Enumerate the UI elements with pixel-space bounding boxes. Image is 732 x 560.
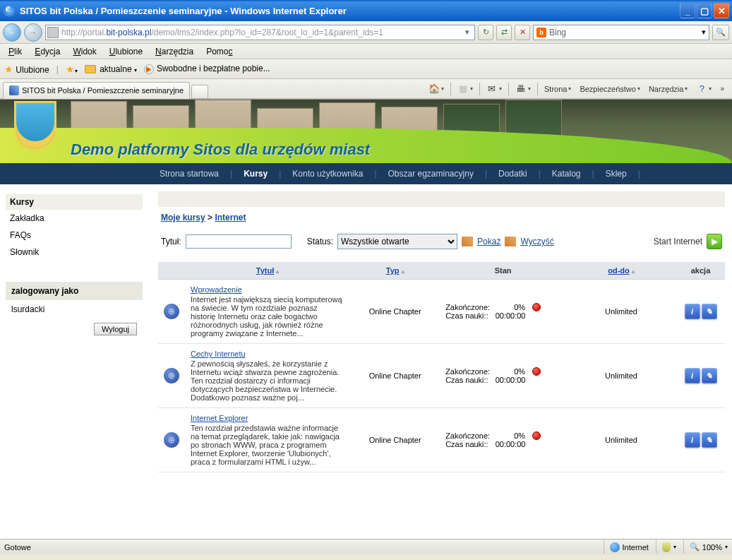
time-value: 00:00:00 (496, 440, 526, 448)
from-to: Unlimited (566, 280, 676, 344)
forward-button[interactable]: → (24, 23, 42, 42)
bc-moje-kursy[interactable]: Moje kursy (161, 213, 205, 222)
edit-button[interactable]: ✎ (702, 304, 717, 319)
address-bar[interactable]: http://portal.bit-polska.pl/demo/lms2/in… (45, 25, 475, 40)
info-button[interactable]: i (685, 368, 700, 383)
menu-bar: Plik Edycja Widok Ulubione Narzędzia Pom… (0, 44, 732, 59)
search-go-button[interactable]: 🔍 (712, 25, 729, 40)
window-minimize-button[interactable]: _ (680, 3, 695, 18)
zoom-control[interactable]: 🔍 100% ▾ (683, 540, 728, 554)
tools-menu[interactable]: Narzędzia ▾ (647, 83, 690, 95)
edit-button[interactable]: ✎ (702, 432, 717, 448)
print-button[interactable]: 🖶▾ (513, 82, 533, 96)
protected-mode[interactable]: ▾ (656, 540, 676, 554)
globe-icon: ⊕ (164, 304, 179, 319)
window-maximize-button[interactable]: ▢ (697, 3, 712, 18)
page-main: Kursy Zakładka FAQs Słownik zalogowany j… (0, 184, 732, 539)
home-button[interactable]: 🏠▾ (426, 82, 446, 96)
nav-katalog[interactable]: Katalog (548, 169, 585, 179)
time-value: 00:00:00 (496, 311, 526, 320)
chevrons-button[interactable]: » (718, 83, 725, 94)
course-title-link[interactable]: Internet Explorer (191, 414, 248, 422)
filter-title-input[interactable] (186, 234, 292, 249)
th-akcja: akcja (691, 266, 711, 275)
search-box[interactable]: b ▾ (533, 25, 709, 40)
filter-clear-link[interactable]: Wyczyść (520, 237, 553, 246)
safety-menu[interactable]: Bezpieczeństwo ▾ (577, 83, 642, 95)
fav-item-swobodne[interactable]: ▶Swobodne i bezpłatne pobie... (144, 64, 270, 74)
page-menu[interactable]: Strona ▾ (542, 83, 573, 95)
favorites-button[interactable]: ★ Ulubione (4, 64, 49, 75)
filter-show-link[interactable]: Pokaż (477, 237, 500, 246)
fav-folder-aktualne[interactable]: aktualne ▾ (85, 64, 137, 74)
tab-title: SITOS bit Polska / Pomieszczenie seminar… (22, 86, 184, 95)
th-typ[interactable]: Typ (386, 266, 400, 275)
address-dropdown-icon[interactable]: ▾ (462, 28, 473, 37)
from-to: Unlimited (566, 408, 676, 472)
new-tab-button[interactable] (191, 85, 208, 99)
star-add-icon: ★ (66, 64, 75, 75)
browser-tab[interactable]: SITOS bit Polska / Pomieszczenie seminar… (3, 82, 190, 99)
info-button[interactable]: i (685, 304, 700, 319)
nav-obszar[interactable]: Obszar egzaminacyjny (384, 169, 478, 179)
help-button[interactable]: ?▾ (694, 82, 714, 96)
back-button[interactable]: ← (3, 23, 21, 42)
course-desc: Ten rozdział przedstawia ważne informacj… (191, 424, 344, 466)
favorites-bar: ★ Ulubione | ★▾ aktualne ▾ ▶Swobodne i b… (0, 59, 732, 79)
tab-bar: SITOS bit Polska / Pomieszczenie seminar… (0, 79, 732, 99)
course-desc: Internet jest największą siecią komputer… (191, 295, 344, 338)
menu-edit[interactable]: Edycja (29, 45, 66, 58)
info-button[interactable]: i (685, 432, 700, 448)
window-titlebar: SITOS bit Polska / Pomieszczenie seminar… (0, 0, 732, 21)
folder-icon (85, 65, 96, 73)
filter-status-select[interactable]: Wszystkie otwarte (337, 234, 457, 249)
status-dot-icon (532, 303, 541, 311)
mail-button[interactable]: ✉▾ (484, 82, 504, 96)
menu-file[interactable]: Plik (3, 45, 28, 58)
stop-button[interactable]: ✕ (515, 25, 530, 40)
logout-button[interactable]: Wyloguj (94, 323, 137, 335)
search-input[interactable] (549, 28, 702, 37)
bc-internet[interactable]: Internet (215, 213, 246, 222)
sidebar-faqs[interactable]: FAQs (6, 227, 143, 244)
status-zone[interactable]: Internet (604, 540, 649, 554)
feeds-button[interactable]: ▦▾ (455, 82, 475, 96)
menu-tools[interactable]: Narzędzia (150, 45, 199, 58)
nav-konto[interactable]: Konto użytkownika (288, 169, 367, 179)
nav-dodatki[interactable]: Dodatki (494, 169, 532, 179)
menu-view[interactable]: Widok (67, 45, 102, 58)
nav-sklep[interactable]: Sklep (601, 169, 631, 179)
command-bar: 🏠▾ ▦▾ ✉▾ 🖶▾ Strona ▾ Bezpieczeństwo ▾ Na… (426, 82, 729, 96)
globe-icon: ⊕ (164, 432, 179, 448)
shield-icon (662, 542, 671, 552)
nav-kursy[interactable]: Kursy (239, 169, 272, 179)
sidebar-zakladka[interactable]: Zakładka (6, 210, 143, 227)
window-close-button[interactable]: ✕ (714, 3, 729, 18)
start-play-button[interactable]: ▶ (707, 234, 722, 249)
time-value: 00:00:00 (496, 376, 526, 384)
page-banner: Demo platformy Sitos dla urzędów miast (0, 100, 732, 163)
sidebar-kursy[interactable]: Kursy (6, 194, 143, 210)
th-oddo[interactable]: od-do (608, 266, 630, 275)
url-protocol: http:// (61, 28, 83, 37)
course-title-link[interactable]: Cechy Internetu (191, 350, 246, 358)
menu-help[interactable]: Pomoc (200, 45, 238, 58)
add-favorite-button[interactable]: ★▾ (66, 64, 78, 75)
start-internet-label: Start Internet (654, 237, 702, 246)
compat-button[interactable]: ⇄ (496, 25, 512, 40)
edit-button[interactable]: ✎ (702, 368, 717, 383)
breadcrumb: Moje kursy > Internet (158, 207, 725, 228)
table-row: ⊕Internet ExplorerTen rozdział przedstaw… (158, 408, 725, 472)
course-type: Online Chapter (350, 280, 440, 344)
login-box: zalogowany jako lsurdacki Wyloguj (6, 282, 143, 340)
th-tytul[interactable]: Tytuł (256, 266, 274, 275)
sidebar-slownik[interactable]: Słownik (6, 244, 143, 261)
search-dropdown-icon[interactable]: ▾ (702, 28, 706, 37)
window-title: SITOS bit Polska / Pomieszczenie seminar… (20, 6, 347, 16)
menu-favorites[interactable]: Ulubione (104, 45, 148, 58)
course-title-link[interactable]: Wprowadzenie (191, 285, 242, 294)
refresh-button[interactable]: ↻ (478, 25, 493, 40)
nav-strona[interactable]: Strona startowa (155, 169, 223, 179)
bing-icon: b (536, 28, 546, 37)
logged-in-user: lsurdacki (6, 300, 143, 318)
